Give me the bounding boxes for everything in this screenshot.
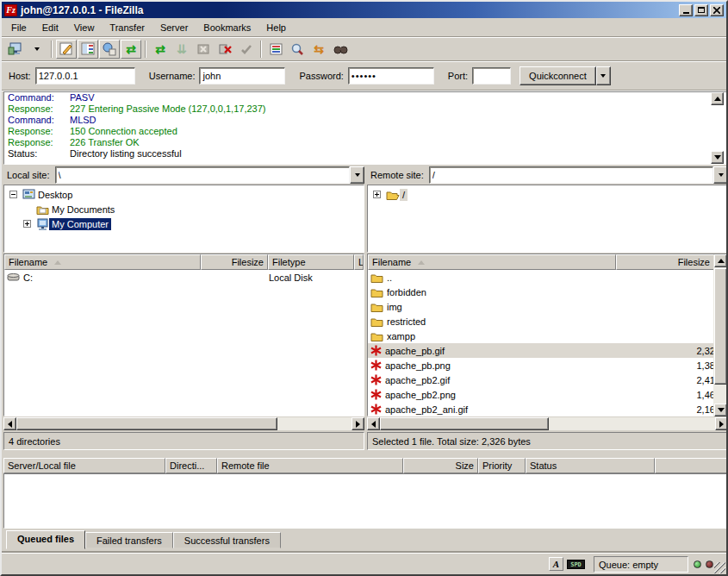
column-header-filesize[interactable]: Filesize [201, 254, 268, 270]
remote-file-row[interactable]: xampp [368, 329, 727, 343]
tree-item-root[interactable]: / [368, 187, 727, 202]
column-header-filename[interactable]: Filename [368, 254, 616, 270]
local-site-input[interactable] [55, 166, 350, 184]
quickconnect-dropdown[interactable] [596, 66, 611, 85]
tree-item-my-computer[interactable]: My Computer [4, 216, 364, 231]
column-header-remote-file[interactable]: Remote file [217, 458, 403, 473]
queue-list[interactable] [3, 473, 728, 529]
column-header-filesize[interactable]: Filesize [616, 254, 714, 270]
scrollbar-thumb[interactable] [714, 268, 727, 385]
tree-item-desktop[interactable]: Desktop [4, 187, 364, 202]
remote-list-header: Filename Filesize [368, 254, 727, 270]
find-files-icon [333, 44, 348, 55]
scroll-right-button[interactable] [352, 417, 364, 430]
remote-vscrollbar[interactable] [713, 254, 728, 416]
toggle-local-tree-button[interactable] [78, 40, 98, 59]
host-input[interactable] [35, 67, 135, 85]
tab-successful-transfers[interactable]: Successful transfers [173, 532, 281, 548]
directory-comparison-button[interactable] [287, 40, 308, 59]
menu-bookmarks[interactable]: Bookmarks [196, 21, 258, 34]
maximize-button[interactable] [694, 4, 708, 16]
password-input[interactable] [348, 67, 434, 85]
toggle-transfer-queue-button[interactable]: ⇄ [121, 40, 141, 59]
collapse-icon[interactable] [9, 191, 17, 198]
remote-hscrollbar[interactable] [367, 417, 728, 430]
column-header-server-local-file[interactable]: Server/Local file [3, 458, 165, 473]
speed-limit-indicator-icon: SPD [567, 560, 585, 569]
minimize-button[interactable] [679, 4, 693, 16]
disconnect-button[interactable] [215, 40, 235, 59]
tab-queued-files[interactable]: Queued files [6, 530, 85, 549]
menu-server[interactable]: Server [152, 21, 196, 34]
column-header-direction[interactable]: Directi... [165, 458, 217, 473]
local-site-combo[interactable] [55, 166, 364, 184]
directory-filters-icon [270, 43, 283, 55]
tab-failed-transfers[interactable]: Failed transfers [85, 532, 173, 548]
close-button[interactable] [710, 4, 724, 16]
tree-item-label: My Documents [49, 203, 117, 216]
find-files-button[interactable] [330, 40, 351, 59]
menu-view[interactable]: View [66, 21, 103, 34]
toggle-remote-tree-button[interactable] [99, 40, 120, 59]
column-header-last-modified[interactable]: L [354, 254, 364, 270]
scroll-down-button[interactable] [714, 404, 727, 416]
column-header-filename[interactable]: Filename [4, 254, 201, 270]
column-header-status[interactable]: Status [526, 458, 655, 473]
column-header-size[interactable]: Size [403, 458, 478, 473]
remote-site-input[interactable] [429, 166, 713, 184]
local-file-row[interactable]: C: Local Disk [4, 270, 364, 285]
cancel-operation-button[interactable] [193, 40, 214, 59]
scrollbar-thumb[interactable] [380, 417, 549, 430]
remote-file-row[interactable]: .. [368, 270, 727, 285]
menu-edit[interactable]: Edit [34, 21, 66, 34]
menu-transfer[interactable]: Transfer [102, 21, 152, 34]
title-bar[interactable]: Fz john@127.0.0.1 - FileZilla [2, 2, 726, 18]
remote-file-row[interactable]: apache_pb.png1,385 [368, 358, 727, 373]
reconnect-button[interactable] [236, 40, 257, 59]
port-input[interactable] [472, 67, 511, 85]
scroll-down-button[interactable] [711, 151, 724, 164]
toolbar-separator [145, 41, 146, 58]
menu-file[interactable]: File [3, 21, 34, 34]
site-manager-dropdown[interactable] [27, 40, 47, 59]
expand-icon[interactable] [373, 191, 381, 198]
remote-file-row[interactable]: apache_pb2.gif2,414 [368, 373, 727, 387]
scrollbar-thumb[interactable] [16, 417, 277, 430]
remote-file-row[interactable]: img [368, 299, 727, 314]
resize-grip[interactable] [714, 562, 725, 573]
remote-file-row[interactable]: forbidden [368, 285, 727, 299]
scroll-left-button[interactable] [367, 417, 380, 430]
toolbar-separator [51, 41, 53, 58]
column-header-priority[interactable]: Priority [478, 458, 526, 473]
quickconnect-button[interactable]: Quickconnect [520, 66, 596, 85]
host-label: Host: [9, 71, 31, 81]
scroll-up-button[interactable] [711, 92, 724, 105]
site-manager-button[interactable] [5, 40, 26, 59]
username-input[interactable] [199, 67, 285, 85]
remote-file-row[interactable]: apache_pb2_ani.gif2,160 [368, 402, 727, 416]
tree-item-my-documents[interactable]: My Documents [4, 202, 364, 216]
scroll-up-button[interactable] [714, 254, 727, 267]
local-hscrollbar[interactable] [3, 417, 364, 430]
remote-file-row[interactable]: apache_pb2.png1,463 [368, 387, 727, 402]
column-header-filetype[interactable]: Filetype [268, 254, 354, 270]
scroll-left-button[interactable] [3, 417, 16, 430]
local-status-bar: 4 directories [3, 432, 364, 450]
log-scrollbar[interactable] [709, 92, 724, 164]
directory-filters-button[interactable] [265, 40, 286, 59]
scroll-right-button[interactable] [715, 417, 728, 430]
remote-file-row[interactable]: restricted [368, 314, 727, 329]
remote-file-row-selected[interactable]: apache_pb.gif2,326 [368, 343, 727, 358]
menu-help[interactable]: Help [258, 21, 294, 34]
remote-site-dropdown[interactable] [713, 166, 728, 184]
remote-site-combo[interactable] [429, 166, 728, 184]
refresh-button[interactable]: ⇄ [150, 40, 171, 59]
queue-status-panel: Queue: empty [594, 556, 688, 573]
process-queue-button[interactable]: ⇊ [171, 40, 192, 59]
open-folder-icon [386, 190, 400, 200]
local-site-dropdown[interactable] [350, 166, 364, 184]
toggle-message-log-button[interactable] [56, 40, 77, 59]
synchronized-browsing-button[interactable]: ⇆ [308, 40, 329, 59]
expand-icon[interactable] [23, 220, 31, 228]
remote-pane: Remote site: / Filename Filesize .. forb… [367, 166, 728, 451]
